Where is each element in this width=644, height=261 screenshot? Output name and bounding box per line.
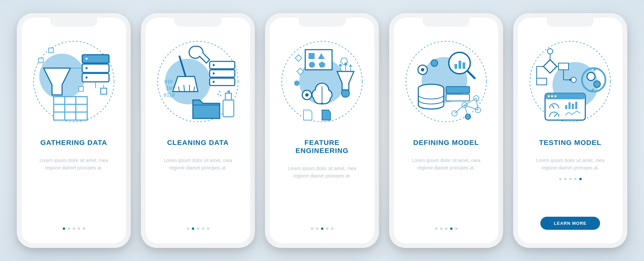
- dot[interactable]: [440, 227, 442, 230]
- svg-text:101: 101: [166, 86, 174, 91]
- svg-rect-2: [54, 97, 87, 120]
- screen: 010 101 0110: [146, 18, 250, 243]
- svg-rect-111: [565, 105, 567, 109]
- dot[interactable]: [559, 178, 561, 180]
- dot[interactable]: [321, 227, 323, 230]
- dot[interactable]: [192, 227, 194, 230]
- svg-rect-44: [309, 53, 315, 59]
- svg-point-12: [86, 76, 88, 79]
- svg-rect-13: [101, 88, 107, 94]
- screen-title: GATHERING DATA: [40, 139, 107, 147]
- phone-notch: [50, 18, 97, 27]
- screen-title: DEFINING MODEL: [413, 139, 479, 147]
- svg-rect-74: [446, 94, 470, 101]
- svg-point-106: [548, 95, 550, 97]
- dot[interactable]: [83, 227, 85, 230]
- svg-rect-112: [569, 102, 571, 109]
- svg-rect-90: [537, 78, 547, 85]
- learn-more-button[interactable]: LEARN MORE: [540, 217, 600, 230]
- dot[interactable]: [579, 178, 582, 180]
- svg-rect-16: [39, 58, 43, 63]
- svg-rect-36: [223, 100, 234, 117]
- svg-rect-37: [225, 93, 231, 100]
- dot[interactable]: [187, 227, 189, 230]
- svg-rect-60: [344, 63, 347, 65]
- dot[interactable]: [202, 227, 204, 230]
- pagination-dots: [311, 227, 333, 230]
- screen: FEATURE ENGINEERING Lorem ipsum dolor si…: [270, 18, 374, 243]
- phone-frame: FEATURE ENGINEERING Lorem ipsum dolor si…: [265, 13, 379, 248]
- dot[interactable]: [326, 227, 328, 230]
- svg-point-55: [341, 89, 350, 97]
- svg-point-54: [305, 93, 309, 97]
- dot[interactable]: [445, 227, 447, 230]
- svg-point-71: [431, 60, 438, 66]
- dot[interactable]: [78, 227, 80, 230]
- svg-rect-73: [446, 87, 470, 93]
- cleaning-data-icon: 010 101 0110: [154, 38, 241, 125]
- screen-description: Lorem ipsum dolor sit amet, mea regione …: [406, 157, 486, 172]
- svg-rect-68: [463, 62, 465, 69]
- screen-title: FEATURE ENGINEERING: [278, 139, 366, 155]
- svg-point-10: [86, 58, 88, 60]
- dot[interactable]: [569, 178, 572, 180]
- dot[interactable]: [207, 227, 209, 230]
- dot[interactable]: [455, 227, 458, 230]
- svg-point-107: [551, 95, 553, 97]
- svg-point-40: [220, 95, 221, 96]
- svg-marker-50: [295, 55, 302, 61]
- pagination-dots: [559, 178, 582, 180]
- svg-rect-66: [454, 64, 457, 69]
- dot[interactable]: [574, 178, 577, 180]
- phone-frame: 010 101 0110: [141, 13, 255, 248]
- screen-title: CLEANING DATA: [167, 139, 229, 147]
- svg-point-39: [217, 94, 219, 95]
- svg-point-38: [219, 91, 220, 92]
- svg-line-65: [468, 71, 475, 78]
- dot[interactable]: [63, 227, 65, 230]
- svg-line-81: [465, 105, 478, 110]
- defining-model-icon: [402, 38, 490, 125]
- svg-rect-15: [49, 48, 53, 53]
- dot[interactable]: [564, 178, 567, 180]
- phone-notch: [174, 18, 221, 27]
- dot[interactable]: [311, 227, 313, 230]
- gathering-data-icon: [30, 38, 117, 125]
- dot[interactable]: [331, 227, 333, 230]
- svg-point-46: [309, 62, 315, 68]
- svg-point-11: [86, 67, 88, 69]
- svg-point-35: [213, 81, 215, 83]
- screen: GATHERING DATA Lorem ipsum dolor sit ame…: [21, 18, 126, 243]
- pagination-dots: [187, 227, 209, 230]
- svg-point-103: [594, 81, 600, 88]
- svg-marker-61: [349, 64, 352, 67]
- svg-rect-113: [572, 104, 574, 109]
- phone-frame: DEFINING MODEL Lorem ipsum dolor sit ame…: [389, 13, 503, 248]
- screen: DEFINING MODEL Lorem ipsum dolor sit ame…: [394, 18, 498, 243]
- svg-rect-43: [305, 50, 332, 70]
- svg-text:0110: 0110: [164, 92, 175, 98]
- phone-mockup-row: GATHERING DATA Lorem ipsum dolor sit ame…: [17, 13, 627, 248]
- dot[interactable]: [435, 227, 437, 230]
- dot[interactable]: [73, 227, 75, 230]
- phone-notch: [547, 18, 594, 27]
- screen-title: TESTING MODEL: [539, 139, 601, 147]
- svg-point-34: [213, 72, 215, 74]
- screen-description: Lorem ipsum dolor sit amet, mea regione …: [34, 157, 114, 172]
- dot[interactable]: [68, 227, 70, 230]
- svg-point-33: [213, 64, 215, 66]
- screen-description: Lorem ipsum dolor sit amet, mea regione …: [158, 157, 238, 172]
- svg-point-102: [587, 72, 595, 81]
- phone-frame: TESTING MODEL Lorem ipsum dolor sit amet…: [513, 13, 627, 248]
- pagination-dots: [63, 227, 85, 230]
- svg-point-59: [339, 64, 342, 67]
- phone-notch: [299, 18, 345, 27]
- dot[interactable]: [197, 227, 199, 230]
- svg-point-108: [554, 95, 556, 97]
- pagination-dots: [435, 227, 458, 230]
- dot[interactable]: [316, 227, 318, 230]
- svg-point-49: [294, 81, 300, 86]
- svg-rect-14: [79, 87, 84, 91]
- svg-rect-91: [558, 63, 569, 70]
- dot[interactable]: [450, 227, 452, 230]
